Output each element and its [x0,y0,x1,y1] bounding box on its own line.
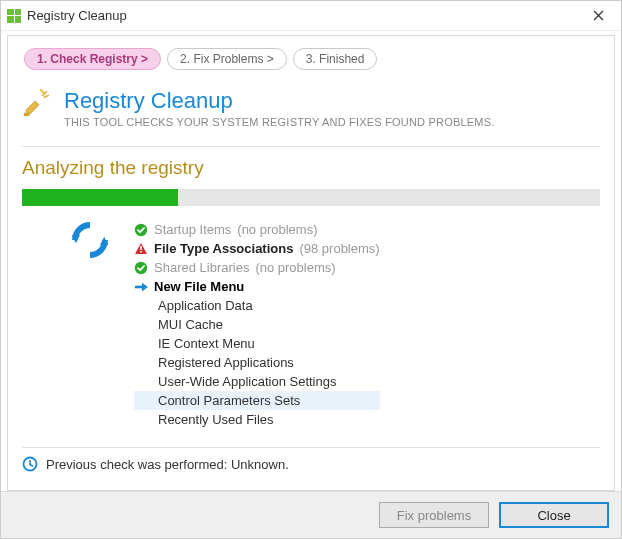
svg-rect-8 [140,251,142,253]
scan-item-extra: (no problems) [255,260,335,275]
scan-item-label: IE Context Menu [158,336,255,351]
scan-item: Startup Items (no problems) [134,220,380,239]
scan-item-extra: (98 problems) [299,241,379,256]
main-panel: 1. Check Registry > 2. Fix Problems > 3.… [7,35,615,491]
titlebar: Registry Cleanup [1,1,621,31]
checkmark-icon [134,261,148,275]
scan-item: File Type Associations (98 problems) [134,239,380,258]
svg-rect-2 [24,112,30,116]
status-heading: Analyzing the registry [22,157,600,179]
previous-check-row: Previous check was performed: Unknown. [22,447,600,472]
wizard-steps: 1. Check Registry > 2. Fix Problems > 3.… [24,48,600,70]
scan-item: New File Menu [134,277,380,296]
step-check-registry[interactable]: 1. Check Registry > [24,48,161,70]
header: Registry Cleanup THIS TOOL CHECKS YOUR S… [22,88,600,128]
window-title: Registry Cleanup [27,8,127,23]
progress-fill [22,189,178,206]
svg-marker-10 [142,282,148,291]
scan-area: Startup Items (no problems)File Type Ass… [22,220,600,429]
app-icon [7,9,21,23]
scan-item: Shared Libraries (no problems) [134,258,380,277]
registry-cleanup-icon [22,88,52,118]
scan-item: Registered Applications [134,353,380,372]
scan-item-label: Startup Items [154,222,231,237]
progress-bar [22,189,600,206]
close-button[interactable]: Close [499,502,609,528]
page-title: Registry Cleanup [64,88,495,114]
step-finished[interactable]: 3. Finished [293,48,378,70]
fix-problems-button[interactable]: Fix problems [379,502,489,528]
scan-item: Recently Used Files [134,410,380,429]
close-icon [593,10,604,21]
scan-item: IE Context Menu [134,334,380,353]
scan-item: MUI Cache [134,315,380,334]
clock-icon [22,456,38,472]
scan-list: Startup Items (no problems)File Type Ass… [134,220,380,429]
scan-item-label: File Type Associations [154,241,293,256]
scan-item-label: New File Menu [154,279,244,294]
scan-item-label: Control Parameters Sets [158,393,300,408]
previous-check-label: Previous check was performed: Unknown. [46,457,289,472]
scan-item-label: Application Data [158,298,253,313]
warning-icon [134,242,148,256]
scan-item-label: Registered Applications [158,355,294,370]
arrow-right-icon [134,280,148,294]
scan-item: Application Data [134,296,380,315]
svg-rect-7 [140,246,142,250]
scan-item: User-Wide Application Settings [134,372,380,391]
scan-item-label: Shared Libraries [154,260,249,275]
scan-item: Control Parameters Sets [134,391,380,410]
step-fix-problems[interactable]: 2. Fix Problems > [167,48,287,70]
footer: Fix problems Close [1,491,621,538]
window-close-button[interactable] [583,2,613,30]
page-subtitle: THIS TOOL CHECKS YOUR SYSTEM REGISTRY AN… [64,116,495,128]
scan-item-label: MUI Cache [158,317,223,332]
divider [22,146,600,147]
scan-item-extra: (no problems) [237,222,317,237]
scan-item-label: User-Wide Application Settings [158,374,336,389]
checkmark-icon [134,223,148,237]
scan-item-label: Recently Used Files [158,412,274,427]
refresh-spinner-icon [70,220,110,260]
